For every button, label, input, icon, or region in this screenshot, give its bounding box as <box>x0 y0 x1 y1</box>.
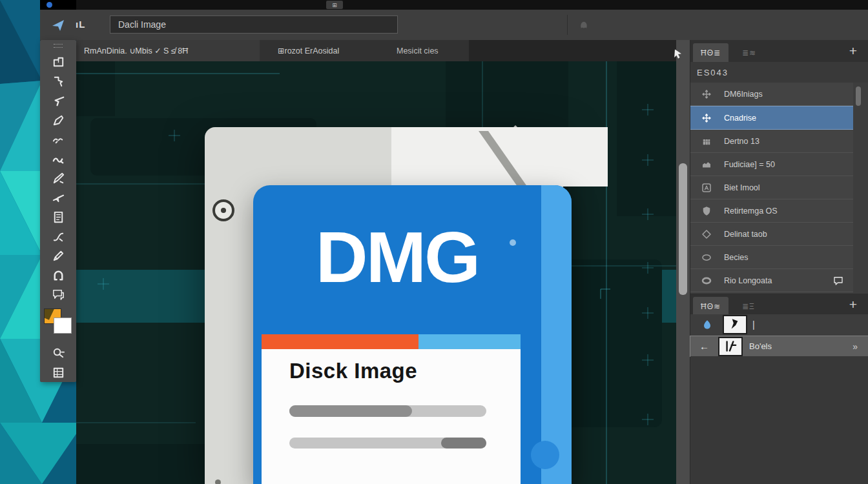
list-item-label: Rio Longoata <box>724 276 772 285</box>
list-item-trailing-icon[interactable] <box>832 228 844 240</box>
disabled-action-icon <box>577 18 590 31</box>
panel-tab-active[interactable]: ĦΘ≣ <box>693 43 728 62</box>
app-window: ⊞ ıL RmAnDinia. ∪Mbis ✓ S ≰ 8Ħ ⊞rozot Er… <box>0 0 868 484</box>
card-stripe-orange <box>262 334 418 349</box>
vertical-scrollbar-thumb[interactable] <box>679 163 687 295</box>
tool-button[interactable] <box>48 188 68 208</box>
card-progress-bar <box>289 438 486 449</box>
tool-button[interactable] <box>48 150 68 169</box>
layer-row[interactable]: | <box>690 314 868 334</box>
options-action-button[interactable] <box>459 19 471 32</box>
options-action-button[interactable] <box>794 19 807 32</box>
background-color-swatch[interactable] <box>54 318 72 334</box>
tool-button[interactable] <box>48 169 68 188</box>
document-tab-bar: RmAnDinia. ∪Mbis ✓ S ≰ 8Ħ ⊞rozot ErAosid… <box>76 40 676 61</box>
list-item[interactable]: Fudiciae] = 50 <box>690 153 853 176</box>
layer-thumbnail[interactable] <box>718 337 743 356</box>
panel-tab[interactable]: ≣≋ <box>736 43 763 62</box>
list-item-trailing-icon[interactable] <box>832 252 844 263</box>
list-item[interactable]: Dertno 13 <box>690 130 853 153</box>
options-action-button[interactable] <box>485 19 498 32</box>
tool-button[interactable] <box>48 343 68 363</box>
list-item-label: Dertno 13 <box>724 137 760 146</box>
tool-button[interactable] <box>48 92 68 111</box>
tool-panel <box>40 40 76 382</box>
layer-row-selected[interactable]: ← Bo'els » <box>690 336 868 356</box>
list-item[interactable]: Cnadrise <box>690 106 853 130</box>
alignment-glyph[interactable]: ıL <box>76 19 85 30</box>
move-tool-icon[interactable] <box>50 17 66 33</box>
layer-label: Bo'els <box>749 341 772 351</box>
card-progress-fill <box>289 405 412 417</box>
document-tab[interactable]: ⊞rozot ErAosidal <box>278 40 339 61</box>
list-item-icon <box>701 136 712 147</box>
panel-grip[interactable] <box>54 44 63 48</box>
tool-button[interactable] <box>48 53 68 72</box>
document-tab-active[interactable]: RmAnDinia. ∪Mbis ✓ S ≰ 8Ħ <box>76 40 260 61</box>
menu-items <box>85 0 183 10</box>
list-item-label: Biet Imool <box>724 183 760 192</box>
panel-item-list: DM6Iniags Cnadrise Dertno 13 Fudiciae] =… <box>690 83 853 292</box>
options-action-button[interactable] <box>512 19 524 32</box>
list-item[interactable]: Delinat taob <box>690 223 853 246</box>
list-item-trailing-icon[interactable] <box>832 159 844 170</box>
tool-button[interactable] <box>48 363 68 382</box>
tool-list <box>48 53 68 305</box>
options-action-button[interactable] <box>432 19 445 32</box>
list-item-trailing-icon[interactable] <box>832 205 844 217</box>
tool-button[interactable] <box>48 285 68 305</box>
back-arrow-icon[interactable]: ← <box>699 341 709 352</box>
options-bar: ıL <box>40 10 868 41</box>
canvas-area[interactable]: DMG Disck Image <box>76 61 676 484</box>
list-item-icon <box>701 182 712 194</box>
text-cursor: | <box>752 319 755 330</box>
list-item-label: Delinat taob <box>724 230 767 239</box>
list-item-trailing-icon[interactable] <box>832 275 844 287</box>
tool-button[interactable] <box>48 111 68 130</box>
options-action-button[interactable] <box>846 19 859 32</box>
panel-scrollbar-thumb[interactable] <box>856 86 861 106</box>
color-swatches[interactable] <box>44 308 72 339</box>
list-item[interactable]: DM6Iniags <box>690 83 853 106</box>
tool-list-extra <box>48 343 68 382</box>
right-panel: ĦΘ≣ ≣≋ + ES043 DM6Iniags Cnadrise Dertno… <box>690 40 868 484</box>
list-item-trailing-icon[interactable] <box>832 88 844 100</box>
list-item-trailing-icon[interactable] <box>832 136 844 147</box>
list-item-icon <box>701 275 712 287</box>
tool-button[interactable] <box>48 208 68 227</box>
layer-thumbnail[interactable] <box>723 315 747 334</box>
add-button[interactable]: + <box>845 43 861 59</box>
tool-button[interactable] <box>48 130 68 150</box>
list-item[interactable]: Rio Longoata <box>690 269 853 292</box>
menu-item-highlighted[interactable]: ⊞ <box>326 1 343 9</box>
tool-button[interactable] <box>48 247 68 266</box>
document-tab[interactable]: Mesicit cies <box>397 40 439 61</box>
list-item[interactable]: Biet Imool <box>690 176 853 199</box>
list-item-trailing-icon[interactable] <box>832 182 844 194</box>
panel-tab[interactable]: ≣Ξ <box>736 297 761 316</box>
panel-tab-active[interactable]: ĦΘ≋ <box>693 297 728 316</box>
list-item-icon <box>701 159 712 170</box>
list-item-icon <box>701 112 712 124</box>
tool-button[interactable] <box>48 227 68 247</box>
disk-dot <box>215 479 221 484</box>
visibility-icon[interactable] <box>701 318 714 331</box>
options-action-button[interactable] <box>820 19 833 32</box>
list-item-icon <box>701 228 712 240</box>
card-progress-fill <box>441 438 486 449</box>
options-action-button[interactable] <box>538 19 551 32</box>
tool-button[interactable] <box>48 72 68 92</box>
tool-button[interactable] <box>48 266 68 285</box>
add-button[interactable]: + <box>845 296 861 313</box>
list-item-icon <box>701 88 712 100</box>
dmg-label: DMG Disck Image <box>253 185 572 484</box>
upper-panel-tabs: ĦΘ≣ ≣≋ + <box>690 40 868 62</box>
document-name-input[interactable] <box>110 15 398 34</box>
dmg-label-edge <box>541 185 572 484</box>
chevrons-right-icon[interactable]: » <box>852 341 858 352</box>
list-item[interactable]: Retirtemga OS <box>690 199 853 223</box>
list-item-trailing-icon[interactable] <box>832 112 844 124</box>
card-stripe-blue <box>418 334 521 349</box>
list-item[interactable]: Becies <box>690 246 853 269</box>
options-action-button[interactable] <box>406 19 418 32</box>
